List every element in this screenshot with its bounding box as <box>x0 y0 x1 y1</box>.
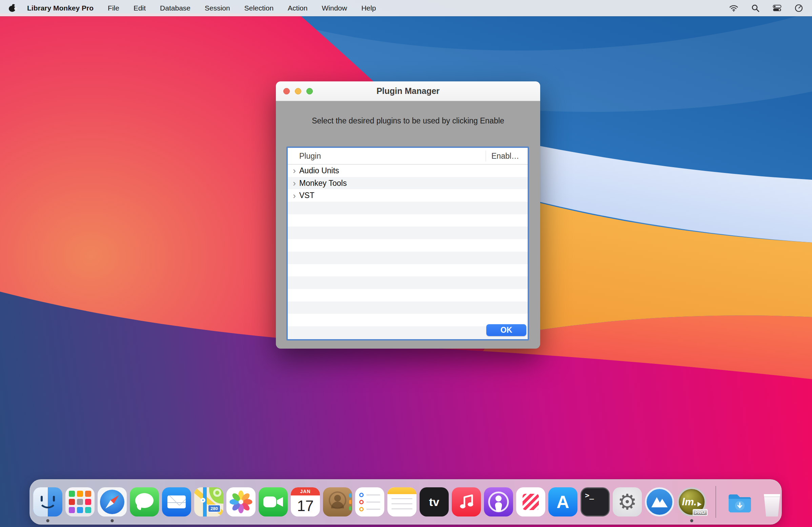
plugin-group-label: VST <box>299 191 528 200</box>
menu-selection[interactable]: Selection <box>244 4 274 12</box>
menu-bar: Library Monkey Pro FileEditDatabaseSessi… <box>0 0 812 16</box>
downloads-folder-icon <box>725 487 754 516</box>
maps-icon: 280 <box>194 487 223 516</box>
dock-item-notes[interactable] <box>387 487 417 516</box>
menu-window[interactable]: Window <box>322 4 347 12</box>
menu-file[interactable]: File <box>108 4 119 12</box>
notes-icon <box>387 487 417 516</box>
dock-item-news[interactable] <box>516 487 545 516</box>
news-icon <box>516 487 545 516</box>
dock-item-terminal[interactable]: >_ <box>581 487 610 516</box>
podcasts-icon <box>484 487 513 516</box>
dock-item-appstore[interactable]: A <box>548 487 578 516</box>
menu-items: FileEditDatabaseSessionSelectionActionWi… <box>108 4 376 12</box>
dock-item-podcasts[interactable] <box>484 487 513 516</box>
mail-icon <box>162 487 191 516</box>
disclosure-chevron-icon[interactable]: › <box>288 191 299 200</box>
table-row-empty <box>288 214 528 227</box>
desktop: Library Monkey Pro FileEditDatabaseSessi… <box>0 0 812 527</box>
terminal-icon: >_ <box>581 487 610 516</box>
plugin-group-label: Monkey Tools <box>299 179 528 188</box>
dock-item-finder[interactable] <box>33 487 62 516</box>
photos-icon <box>227 487 256 516</box>
calendar-icon: JAN 17 <box>291 487 320 516</box>
table-row-empty <box>288 276 528 289</box>
maps-280-badge: 280 <box>208 504 221 512</box>
table-row-empty <box>288 301 528 314</box>
dock-item-photos[interactable] <box>227 487 256 516</box>
plugin-table: Plugin Enabl… ›Audio Units›Monkey Tools›… <box>286 146 529 341</box>
dock-item-tv[interactable]: tv <box>420 487 449 516</box>
launchpad-icon <box>66 487 95 516</box>
terminal-glyph: >_ <box>585 491 594 500</box>
active-app-name[interactable]: Library Monkey Pro <box>27 4 93 12</box>
dock-item-downloads[interactable] <box>725 487 754 516</box>
menu-action[interactable]: Action <box>288 4 307 12</box>
ok-button[interactable]: OK <box>486 324 526 336</box>
disclosure-chevron-icon[interactable]: › <box>288 179 299 187</box>
menu-database[interactable]: Database <box>160 4 190 12</box>
close-button[interactable] <box>283 88 290 94</box>
search-icon[interactable] <box>751 4 760 13</box>
disclosure-chevron-icon[interactable]: › <box>288 166 299 175</box>
table-header: Plugin Enabl… <box>288 148 528 165</box>
table-row-empty <box>288 202 528 214</box>
dock-divider <box>715 486 716 518</box>
column-header-enabled[interactable]: Enabl… <box>485 151 528 161</box>
dock-item-music[interactable] <box>452 487 481 516</box>
reminders-icon <box>355 487 384 516</box>
apple-menu-icon[interactable] <box>9 4 16 12</box>
dock-item-library-monkey-pro[interactable]: lm. PRO <box>677 487 706 516</box>
dock-item-mountain-app[interactable] <box>645 487 674 516</box>
pro-badge: PRO <box>693 509 708 516</box>
calendar-day: 17 <box>291 496 320 516</box>
running-indicator <box>46 519 49 522</box>
column-header-plugin[interactable]: Plugin <box>288 152 485 161</box>
dock-item-launchpad[interactable] <box>66 487 95 516</box>
table-row[interactable]: ›VST <box>288 189 528 202</box>
window-titlebar[interactable]: Plugin Manager <box>276 81 540 101</box>
running-indicator <box>111 519 114 522</box>
menu-help[interactable]: Help <box>361 4 376 12</box>
window-title: Plugin Manager <box>377 86 439 96</box>
dialog-body: Select the desired plugins to be used by… <box>276 101 540 348</box>
dock-item-maps[interactable]: 280 <box>194 487 223 516</box>
menu-session[interactable]: Session <box>205 4 230 12</box>
calendar-month: JAN <box>291 487 320 496</box>
contacts-icon <box>323 487 352 516</box>
messages-icon <box>130 487 159 516</box>
dock-item-messages[interactable] <box>130 487 159 516</box>
dock-item-trash[interactable] <box>757 487 787 516</box>
table-row-empty <box>288 239 528 252</box>
dock: 280 <box>29 479 782 525</box>
running-indicator <box>690 519 693 522</box>
table-row-empty <box>288 289 528 301</box>
dock-item-facetime[interactable] <box>259 487 288 516</box>
table-row[interactable]: ›Monkey Tools <box>288 177 528 189</box>
music-icon <box>452 487 481 516</box>
tv-glyph: tv <box>429 496 439 509</box>
control-center-icon[interactable] <box>773 4 782 13</box>
plugin-manager-window: Plugin Manager Select the desired plugin… <box>276 81 540 348</box>
lm-glyph: lm. <box>682 496 696 508</box>
dock-item-safari[interactable] <box>98 487 127 516</box>
safari-icon <box>98 487 127 516</box>
dock-item-calendar[interactable]: JAN 17 <box>291 487 320 516</box>
zoom-button[interactable] <box>306 88 313 94</box>
dock-item-mail[interactable] <box>162 487 191 516</box>
table-row-empty <box>288 264 528 277</box>
minimize-button[interactable] <box>295 88 301 94</box>
menu-bar-status-area <box>729 4 803 13</box>
app-store-glyph: A <box>556 492 569 512</box>
instruction-text: Select the desired plugins to be used by… <box>276 116 540 126</box>
dock-item-system-preferences[interactable]: ⚙ <box>613 487 642 516</box>
facetime-icon <box>259 487 288 516</box>
wifi-icon[interactable] <box>729 4 738 13</box>
menu-edit[interactable]: Edit <box>133 4 146 12</box>
app-store-icon: A <box>548 487 578 516</box>
clock-icon[interactable] <box>794 4 803 13</box>
dock-item-contacts[interactable] <box>323 487 352 516</box>
table-row[interactable]: ›Audio Units <box>288 165 528 177</box>
dock-item-reminders[interactable] <box>355 487 384 516</box>
finder-icon <box>33 487 62 516</box>
